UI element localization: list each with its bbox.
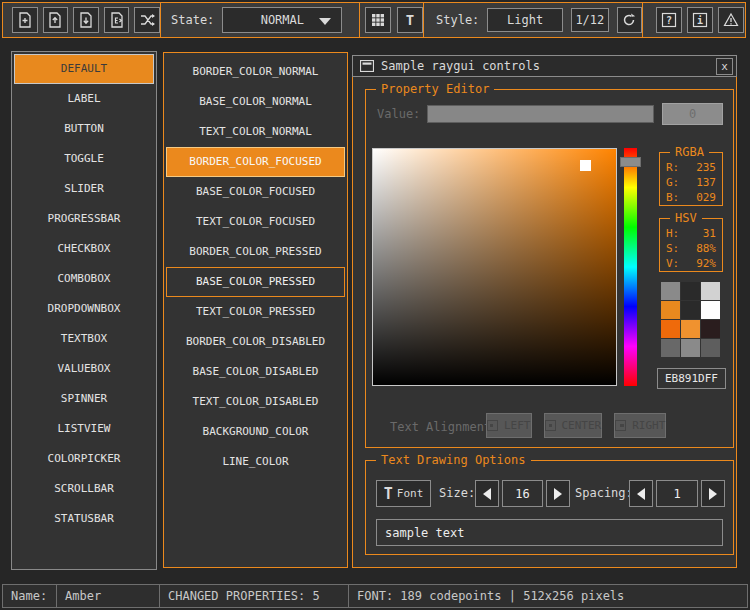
control-list-item[interactable]: BUTTON bbox=[14, 114, 154, 144]
value-slider[interactable] bbox=[427, 105, 654, 123]
close-window-button[interactable]: x bbox=[716, 58, 733, 75]
property-list-item[interactable]: BASE_COLOR_DISABLED bbox=[166, 357, 345, 387]
text-mode-button[interactable]: T bbox=[397, 7, 423, 33]
property-list-item[interactable]: BORDER_COLOR_NORMAL bbox=[166, 57, 345, 87]
toolbar-help-section: ? i bbox=[643, 3, 745, 37]
control-list-item[interactable]: DROPDOWNBOX bbox=[14, 294, 154, 324]
property-list-item[interactable]: BASE_COLOR_FOCUSED bbox=[166, 177, 345, 207]
size-value-box[interactable]: 16 bbox=[502, 480, 543, 507]
size-decrease-button[interactable] bbox=[475, 480, 499, 507]
controls-list[interactable]: DEFAULTLABELBUTTONTOGGLESLIDERPROGRESSBA… bbox=[11, 51, 157, 570]
toolbar-view-section: T bbox=[360, 3, 424, 37]
control-list-item[interactable]: COLORPICKER bbox=[14, 444, 154, 474]
sample-text-input[interactable]: sample text bbox=[376, 519, 723, 546]
state-dropdown-value: NORMAL bbox=[261, 13, 304, 27]
control-list-item[interactable]: SLIDER bbox=[14, 174, 154, 204]
window-icon bbox=[360, 60, 374, 72]
alignment-button[interactable]: CENTER bbox=[544, 413, 603, 438]
info-icon: i bbox=[692, 12, 708, 28]
toolbar-state-section: State: NORMAL bbox=[161, 3, 360, 37]
color-swatch[interactable] bbox=[701, 320, 720, 338]
property-list-item[interactable]: LINE_COLOR bbox=[166, 447, 345, 477]
property-list-item[interactable]: BACKGROUND_COLOR bbox=[166, 417, 345, 447]
style-table-icon bbox=[371, 13, 385, 27]
export-file-button[interactable] bbox=[104, 7, 130, 33]
font-icon: T bbox=[384, 485, 393, 503]
color-swatch[interactable] bbox=[681, 339, 700, 357]
control-list-item[interactable]: PROGRESSBAR bbox=[14, 204, 154, 234]
hue-slider-handle[interactable] bbox=[620, 157, 641, 167]
control-list-item[interactable]: VALUEBOX bbox=[14, 354, 154, 384]
property-list-item[interactable]: BORDER_COLOR_PRESSED bbox=[166, 237, 345, 267]
color-picker-cursor[interactable] bbox=[580, 160, 591, 171]
color-swatch[interactable] bbox=[661, 301, 680, 319]
properties-list[interactable]: BORDER_COLOR_NORMALBASE_COLOR_NORMALTEXT… bbox=[163, 52, 348, 568]
control-list-item[interactable]: DEFAULT bbox=[14, 54, 154, 84]
property-list-item[interactable]: TEXT_COLOR_NORMAL bbox=[166, 117, 345, 147]
property-list-item[interactable]: TEXT_COLOR_PRESSED bbox=[166, 297, 345, 327]
property-list-item[interactable]: TEXT_COLOR_FOCUSED bbox=[166, 207, 345, 237]
color-swatch[interactable] bbox=[661, 282, 680, 300]
control-list-item[interactable]: SCROLLBAR bbox=[14, 474, 154, 504]
rgba-row-value: 235 bbox=[696, 160, 716, 175]
control-list-item[interactable]: COMBOBOX bbox=[14, 264, 154, 294]
help-icon: ? bbox=[661, 12, 677, 28]
style-name-value: Light bbox=[507, 13, 543, 27]
alignment-button[interactable]: LEFT bbox=[486, 413, 532, 438]
size-increase-button[interactable] bbox=[546, 480, 570, 507]
control-list-item[interactable]: LABEL bbox=[14, 84, 154, 114]
property-list-item[interactable]: TEXT_COLOR_DISABLED bbox=[166, 387, 345, 417]
state-dropdown[interactable]: NORMAL bbox=[222, 7, 342, 33]
color-swatch[interactable] bbox=[701, 301, 720, 319]
load-font-button[interactable]: T Font bbox=[376, 480, 431, 507]
alignment-button-label: CENTER bbox=[562, 419, 602, 432]
color-swatch[interactable] bbox=[681, 301, 700, 319]
hue-bar[interactable] bbox=[624, 148, 637, 386]
spacing-value: 1 bbox=[673, 487, 680, 501]
arrow-left-icon bbox=[483, 488, 491, 500]
style-name-input[interactable]: Amber bbox=[56, 584, 160, 608]
rgba-row-label: G: bbox=[666, 175, 679, 190]
color-picker-panel[interactable] bbox=[372, 148, 617, 386]
control-list-item[interactable]: CHECKBOX bbox=[14, 234, 154, 264]
value-box[interactable]: 0 bbox=[662, 103, 723, 125]
save-file-button[interactable] bbox=[73, 7, 99, 33]
alignment-button[interactable]: RIGHT bbox=[614, 413, 666, 438]
randomize-icon bbox=[139, 12, 156, 28]
hsv-group-label: HSV bbox=[670, 211, 702, 225]
help-button[interactable]: ? bbox=[656, 7, 682, 33]
randomize-style-button[interactable] bbox=[134, 7, 160, 33]
color-swatch[interactable] bbox=[701, 282, 720, 300]
hex-color-textbox[interactable]: EB891DFF bbox=[657, 368, 726, 389]
info-button[interactable]: i bbox=[687, 7, 713, 33]
style-table-button[interactable] bbox=[365, 7, 391, 33]
color-swatch[interactable] bbox=[701, 339, 720, 357]
new-file-button[interactable] bbox=[12, 7, 38, 33]
property-list-item[interactable]: BORDER_COLOR_FOCUSED bbox=[166, 147, 345, 177]
spacing-decrease-button[interactable] bbox=[629, 480, 653, 507]
spacing-value-box[interactable]: 1 bbox=[656, 480, 698, 507]
property-list-item[interactable]: BASE_COLOR_NORMAL bbox=[166, 87, 345, 117]
reload-style-button[interactable] bbox=[617, 7, 642, 33]
color-swatch[interactable] bbox=[681, 282, 700, 300]
sample-text-value: sample text bbox=[385, 526, 464, 540]
hsv-row-label: V: bbox=[666, 256, 679, 271]
control-list-item[interactable]: SPINNER bbox=[14, 384, 154, 414]
property-list-item[interactable]: BASE_COLOR_PRESSED bbox=[166, 267, 345, 297]
window-titlebar[interactable]: Sample raygui controls x bbox=[352, 55, 737, 77]
control-list-item[interactable]: STATUSBAR bbox=[14, 504, 154, 534]
color-swatch[interactable] bbox=[661, 339, 680, 357]
control-list-item[interactable]: LISTVIEW bbox=[14, 414, 154, 444]
property-list-item[interactable]: BORDER_COLOR_DISABLED bbox=[166, 327, 345, 357]
control-list-item[interactable]: TOGGLE bbox=[14, 144, 154, 174]
control-list-item[interactable]: TEXTBOX bbox=[14, 324, 154, 354]
color-swatch[interactable] bbox=[661, 320, 680, 338]
color-swatch[interactable] bbox=[681, 320, 700, 338]
spacing-increase-button[interactable] bbox=[701, 480, 725, 507]
open-file-button[interactable] bbox=[43, 7, 69, 33]
style-name-button[interactable]: Light bbox=[487, 8, 563, 32]
changed-properties-text: CHANGED PROPERTIES: 5 bbox=[168, 589, 320, 603]
toolbar-file-section bbox=[3, 3, 161, 37]
issue-button[interactable] bbox=[718, 7, 744, 33]
size-value: 16 bbox=[515, 487, 529, 501]
